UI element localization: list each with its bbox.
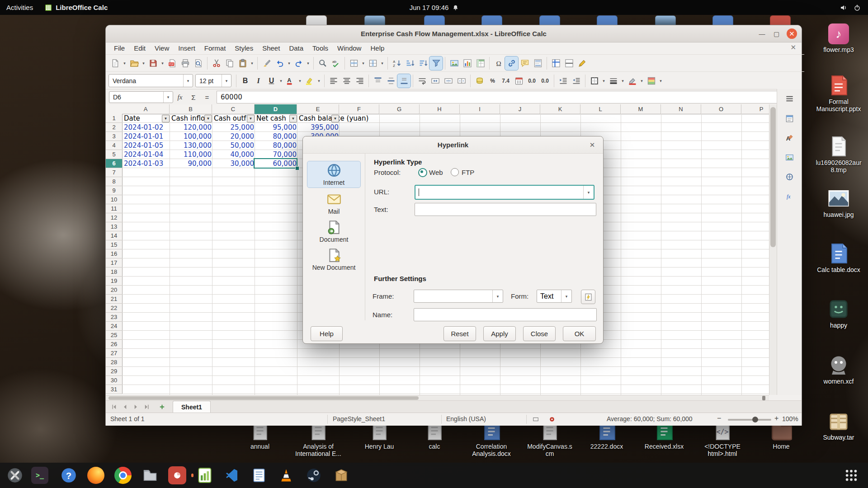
increase-indent-button[interactable] xyxy=(557,74,570,88)
paste-button[interactable] xyxy=(236,56,249,70)
dock-writer-icon[interactable] xyxy=(249,465,269,486)
last-sheet-button[interactable] xyxy=(141,402,152,412)
split-handle[interactable] xyxy=(762,396,765,400)
menu-help[interactable]: Help xyxy=(366,43,389,53)
function-wizard-button[interactable]: fx xyxy=(173,91,187,103)
border-style-button[interactable] xyxy=(607,74,620,88)
row-header-14[interactable]: 14 xyxy=(106,231,123,240)
menu-edit[interactable]: Edit xyxy=(129,43,150,53)
text-input[interactable] xyxy=(415,203,596,216)
grid-corner-box[interactable] xyxy=(106,104,123,114)
row-header-9[interactable]: 9 xyxy=(106,186,123,195)
font-size-combobox[interactable]: 12 pt▾ xyxy=(195,74,231,87)
zoom-slider-thumb[interactable] xyxy=(752,417,758,422)
partial-desktop-icon[interactable] xyxy=(597,15,618,25)
protocol-ftp-radio[interactable] xyxy=(451,168,459,176)
row-header-19[interactable]: 19 xyxy=(106,277,123,286)
formula-input-line[interactable]: 60000 xyxy=(217,91,786,103)
font-size-dropdown-icon[interactable]: ▾ xyxy=(222,75,231,87)
italic-button[interactable]: I xyxy=(252,74,265,88)
autofilter-button-A[interactable]: ▼ xyxy=(162,115,170,122)
language-status[interactable]: English (USA) xyxy=(446,415,486,422)
column-header-J[interactable]: J xyxy=(500,104,540,114)
partial-desktop-icon[interactable] xyxy=(364,15,385,25)
column-header-D[interactable]: D xyxy=(255,104,297,114)
format-as-percent-button[interactable]: % xyxy=(486,74,499,88)
document-modified-icon[interactable] xyxy=(549,416,555,422)
hyperlink-category-document[interactable]: Document xyxy=(307,218,360,244)
copy-button[interactable] xyxy=(223,56,236,70)
align-center-button[interactable] xyxy=(340,74,353,88)
align-left-button[interactable] xyxy=(327,74,340,88)
new-document-button[interactable] xyxy=(108,56,122,70)
desktop-icon-lu169026082aur8-tmp[interactable]: lu169026082aur8.tmp xyxy=(814,136,863,174)
align-bottom-button[interactable] xyxy=(397,74,410,88)
row-header-16[interactable]: 16 xyxy=(106,249,123,258)
format-as-date-button[interactable] xyxy=(512,74,525,88)
insert-chart-button[interactable] xyxy=(461,56,474,70)
redo-button[interactable] xyxy=(292,56,305,70)
selection-mode-icon[interactable] xyxy=(532,416,539,422)
partial-desktop-icon[interactable] xyxy=(655,15,676,25)
insert-hyperlink-button[interactable] xyxy=(505,56,518,70)
show-draw-functions-button[interactable] xyxy=(576,56,589,70)
name-box-dropdown-icon[interactable]: ▾ xyxy=(163,92,173,103)
zoom-in-button[interactable]: + xyxy=(774,414,778,422)
row-header-13[interactable]: 13 xyxy=(106,222,123,231)
dock-vlc-icon[interactable] xyxy=(276,465,297,486)
row-header-22[interactable]: 22 xyxy=(106,304,123,313)
borders-button[interactable] xyxy=(588,74,601,88)
row-header-5[interactable]: 5 xyxy=(106,150,123,159)
hyperlink-category-internet[interactable]: Internet xyxy=(307,161,360,188)
cell-C2[interactable]: 25,000 xyxy=(212,123,256,132)
cell-C3[interactable]: 20,000 xyxy=(212,132,256,141)
dock-firefox-icon[interactable] xyxy=(85,465,106,486)
form-dropdown[interactable]: Text ▾ xyxy=(537,290,572,303)
dock-package-manager-icon[interactable] xyxy=(331,465,352,486)
row-header-28[interactable]: 28 xyxy=(106,358,123,367)
select-function-button[interactable]: Σ xyxy=(187,91,200,103)
form-dropdown-icon[interactable]: ▾ xyxy=(561,290,571,302)
row-header-4[interactable]: 4 xyxy=(106,141,123,150)
protocol-web-radio[interactable] xyxy=(418,168,427,177)
border-style-dropdown[interactable]: ▾ xyxy=(620,74,626,88)
column-header-F[interactable]: F xyxy=(339,104,379,114)
format-as-currency-button[interactable] xyxy=(473,74,486,88)
partial-desktop-icon[interactable] xyxy=(712,15,733,25)
help-button[interactable]: Help xyxy=(311,326,343,341)
dock-steam-icon[interactable] xyxy=(303,465,324,486)
open-dropdown[interactable]: ▾ xyxy=(141,56,146,70)
underline-button[interactable]: U xyxy=(265,74,278,88)
insert-comment-button[interactable] xyxy=(518,56,531,70)
row-header-3[interactable]: 3 xyxy=(106,132,123,141)
cell-A6[interactable]: 2024-01-03 xyxy=(122,159,171,168)
events-button[interactable] xyxy=(581,290,595,304)
menu-file[interactable]: File xyxy=(109,43,129,53)
cell-D4[interactable]: 80,000 xyxy=(255,141,298,150)
cell-C4[interactable]: 50,000 xyxy=(212,141,256,150)
cell-selection-handle[interactable] xyxy=(295,166,299,170)
underline-dropdown[interactable]: ▾ xyxy=(278,74,284,88)
row-header-31[interactable]: 31 xyxy=(106,385,123,394)
borders-dropdown[interactable]: ▾ xyxy=(601,74,607,88)
font-name-combobox[interactable]: Verdana▾ xyxy=(108,74,193,87)
font-color-dropdown[interactable]: ▾ xyxy=(297,74,303,88)
row-header-12[interactable]: 12 xyxy=(106,213,123,222)
add-sheet-button[interactable] xyxy=(156,402,167,412)
dialog-title-bar[interactable]: Hyperlink xyxy=(303,136,603,154)
cell-D2[interactable]: 95,000 xyxy=(255,123,298,132)
zoom-slider[interactable] xyxy=(728,419,771,421)
row-header-29[interactable]: 29 xyxy=(106,367,123,376)
autofilter-button-C[interactable]: ▼ xyxy=(247,115,255,122)
print-button[interactable] xyxy=(179,56,192,70)
merge-cells-button[interactable] xyxy=(442,74,455,88)
insert-row-button[interactable] xyxy=(347,56,360,70)
undo-button[interactable] xyxy=(273,56,286,70)
partial-desktop-icon[interactable] xyxy=(424,15,445,25)
partial-desktop-icon[interactable] xyxy=(306,15,327,25)
dock-calc-icon[interactable] xyxy=(194,465,215,486)
export-pdf-button[interactable]: PDF xyxy=(165,56,179,70)
row-header-23[interactable]: 23 xyxy=(106,313,123,322)
format-as-number-button[interactable]: 7.4 xyxy=(499,74,512,88)
sidebar-tab-sidebar-menu[interactable] xyxy=(783,93,796,105)
